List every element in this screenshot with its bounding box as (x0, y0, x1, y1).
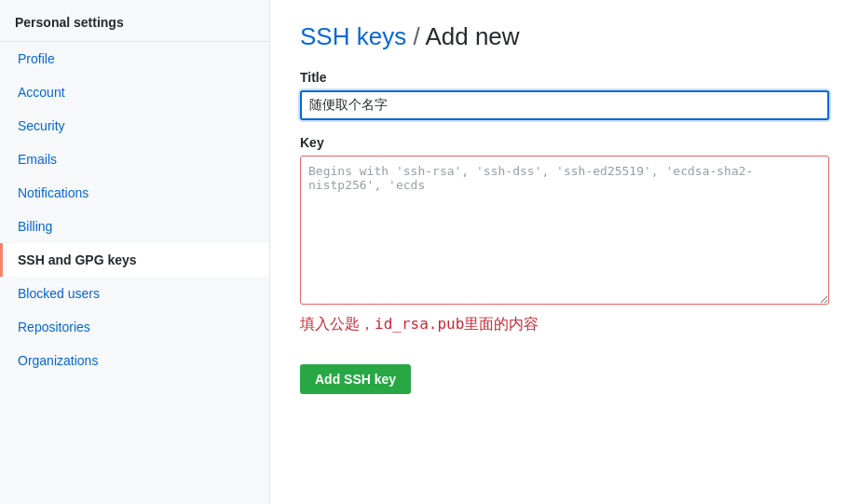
add-ssh-key-button[interactable]: Add SSH key (300, 364, 411, 394)
page-title-rest: Add new (425, 22, 519, 50)
sidebar-item-emails[interactable]: Emails (0, 143, 269, 176)
sidebar-item-ssh-gpg-keys[interactable]: SSH and GPG keys (0, 243, 269, 277)
sidebar-header: Personal settings (0, 0, 269, 42)
key-form-group: Key 填入公匙，id_rsa.pub里面的内容 (300, 135, 829, 334)
sidebar-item-repositories[interactable]: Repositories (0, 310, 269, 344)
sidebar-item-organizations[interactable]: Organizations (0, 344, 269, 377)
key-textarea[interactable] (300, 156, 829, 305)
sidebar-item-account[interactable]: Account (0, 75, 269, 109)
sidebar-nav: Profile Account Security Emails Notifica… (0, 42, 269, 377)
key-helper-text: 填入公匙，id_rsa.pub里面的内容 (300, 315, 829, 334)
page-title: SSH keys / Add new (300, 22, 829, 51)
sidebar: Personal settings Profile Account Securi… (0, 0, 270, 504)
key-label: Key (300, 135, 829, 150)
title-label: Title (300, 70, 829, 85)
page-title-sep: / (413, 22, 425, 50)
sidebar-item-notifications[interactable]: Notifications (0, 176, 269, 210)
sidebar-item-security[interactable]: Security (0, 109, 269, 143)
sidebar-item-blocked-users[interactable]: Blocked users (0, 277, 269, 310)
title-form-group: Title (300, 70, 829, 120)
page-title-link[interactable]: SSH keys (300, 22, 406, 50)
title-input[interactable] (300, 90, 829, 120)
sidebar-item-billing[interactable]: Billing (0, 210, 269, 243)
main-content: SSH keys / Add new Title Key 填入公匙，id_rsa… (270, 0, 859, 504)
sidebar-item-profile[interactable]: Profile (0, 42, 269, 75)
